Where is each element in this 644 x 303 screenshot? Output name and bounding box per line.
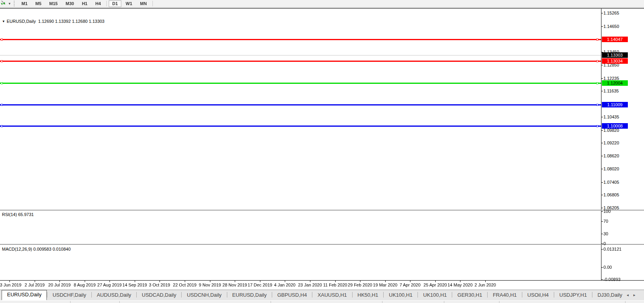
tab-scroll-left-icon[interactable]: ◂ — [627, 293, 633, 297]
chart-symbol-title: EURUSD,Daily — [7, 19, 36, 24]
tab-dj30-daily[interactable]: DJ30,Daily — [592, 290, 627, 300]
status-pane-separator — [70, 301, 71, 303]
date-tick — [435, 281, 436, 282]
date-tick — [410, 281, 410, 282]
mt4-terminal: ▾ M1M5M15M30H1H4D1W1MN ▼EURUSD,Daily 1.1… — [0, 0, 644, 303]
line-handle[interactable] — [1, 60, 3, 62]
timeframe-button-w1[interactable]: W1 — [122, 0, 136, 7]
macd-tick-dash — [601, 279, 603, 280]
date-tick — [85, 281, 85, 282]
price-line-badge: 1.11009 — [602, 102, 628, 107]
chart-header: ▼EURUSD,Daily 1.12690 1.13392 1.12680 1.… — [2, 19, 104, 24]
date-tick — [460, 281, 460, 282]
line-handle[interactable] — [596, 39, 598, 41]
resistance-line[interactable] — [0, 39, 601, 40]
timeframe-button-m15[interactable]: M15 — [46, 0, 61, 7]
line-handle[interactable] — [596, 60, 598, 62]
tab-ger30-h1[interactable]: GER30,H1 — [452, 290, 487, 300]
date-tick — [260, 281, 260, 282]
timeframe-button-h4[interactable]: H4 — [92, 0, 104, 7]
tab-usdjpy-h1[interactable]: USDJPY,H1 — [554, 290, 592, 300]
resistance-line[interactable] — [0, 61, 601, 62]
support-line[interactable] — [0, 104, 601, 105]
line-handle[interactable] — [596, 125, 598, 127]
tab-scroll-arrows: ◂▸ — [627, 293, 640, 297]
timeframe-button-m1[interactable]: M1 — [18, 0, 31, 7]
price-tick-dash — [601, 65, 603, 65]
toolbar-cursor-icon[interactable] — [0, 0, 6, 7]
rsi-panel[interactable] — [0, 211, 601, 244]
price-tick-dash — [601, 13, 603, 13]
time-axis-line — [0, 280, 644, 281]
price-tick-dash — [601, 208, 603, 208]
rsi-tick-dash — [601, 244, 603, 244]
price-tick-label: 1.10435 — [603, 115, 632, 119]
timeframe-button-d1[interactable]: D1 — [109, 0, 121, 7]
tab-eurusd-daily[interactable]: EURUSD,Daily — [2, 290, 47, 300]
macd-panel[interactable] — [0, 246, 601, 281]
line-handle[interactable] — [1, 104, 3, 106]
date-tick — [210, 281, 210, 282]
date-tick — [59, 281, 60, 282]
line-handle[interactable] — [1, 82, 3, 84]
tab-hk50-h1[interactable]: HK50,H1 — [353, 290, 384, 300]
price-line-badge: 1.13034 — [602, 58, 628, 64]
status-pane-separator — [119, 301, 120, 303]
toolbar-drag-handle[interactable] — [14, 1, 15, 6]
date-tick — [235, 281, 235, 282]
price-tick-label: 1.15265 — [603, 11, 632, 15]
rsi-tick-label: 30 — [603, 231, 632, 236]
rsi-indicator-label: RSI(14) 65.9731 — [2, 212, 34, 217]
tab-eurusd-daily[interactable]: EURUSD,Daily — [227, 290, 272, 300]
support-line[interactable] — [0, 126, 601, 127]
timeframe-button-m30[interactable]: M30 — [62, 0, 78, 7]
tab-usoil-h4[interactable]: USOil,H4 — [522, 290, 554, 300]
date-tick — [185, 281, 185, 282]
date-tick — [360, 281, 360, 282]
status-pane-separator — [271, 301, 271, 303]
line-handle[interactable] — [1, 125, 3, 127]
price-tick-dash — [601, 182, 603, 183]
line-handle[interactable] — [596, 82, 598, 84]
timeframe-toolbar: ▾ M1M5M15M30H1H4D1W1MN — [0, 0, 644, 7]
tab-usdcad-daily[interactable]: USDCAD,Daily — [137, 290, 181, 300]
tab-scroll-right-icon[interactable]: ▸ — [633, 293, 640, 297]
support-line[interactable] — [0, 83, 601, 84]
panel-splitter[interactable] — [0, 210, 644, 211]
price-tick-label: 1.08620 — [603, 153, 632, 158]
price-tick-label: 1.08020 — [603, 166, 632, 171]
date-axis-label: 2 Jun 2020 — [470, 283, 500, 287]
tab-audusd-daily[interactable]: AUDUSD,Daily — [92, 290, 136, 300]
tab-uk100-h1[interactable]: UK100,H1 — [384, 290, 418, 300]
line-handle[interactable] — [1, 39, 3, 41]
macd-tick-dash — [601, 267, 603, 268]
price-tick-dash — [601, 156, 603, 156]
tab-fra40-h1[interactable]: FRA40,H1 — [488, 290, 522, 300]
timeframe-button-m5[interactable]: M5 — [32, 0, 45, 7]
tab-usdcnh-daily[interactable]: USDCNH,Daily — [182, 290, 226, 300]
tab-xauusd-h1[interactable]: XAUUSD,H1 — [312, 290, 352, 300]
line-handle[interactable] — [596, 104, 598, 106]
rsi-tick-dash — [601, 221, 603, 222]
chevron-down-icon[interactable]: ▾ — [9, 2, 11, 6]
collapse-chart-icon[interactable]: ▼ — [2, 20, 5, 23]
macd-tick-label: -0.00893 — [603, 277, 632, 282]
tab-usdchf-daily[interactable]: USDCHF,Daily — [47, 290, 91, 300]
price-tick-dash — [601, 169, 603, 169]
price-tick-dash — [601, 91, 603, 91]
timeframe-button-h1[interactable]: H1 — [78, 0, 91, 7]
date-tick — [335, 281, 336, 282]
timeframe-button-mn[interactable]: MN — [137, 0, 150, 7]
toolbar-group-separator — [106, 1, 107, 6]
tab-gbpusd-h4[interactable]: GBPUSD,H4 — [272, 290, 312, 300]
price-tick-label: 1.06805 — [603, 192, 632, 197]
status-pane-separator — [382, 301, 382, 303]
price-tick-dash — [601, 130, 603, 131]
panel-splitter[interactable] — [0, 244, 644, 245]
date-tick — [485, 281, 486, 282]
tab-uk100-h1[interactable]: UK100,H1 — [418, 290, 452, 300]
price-tick-label: 1.14650 — [603, 24, 632, 29]
macd-indicator-label: MACD(12,26,9) 0.009583 0.010840 — [2, 247, 71, 251]
macd-tick-label: 0.00 — [603, 265, 632, 270]
status-pane-separator — [444, 301, 444, 303]
